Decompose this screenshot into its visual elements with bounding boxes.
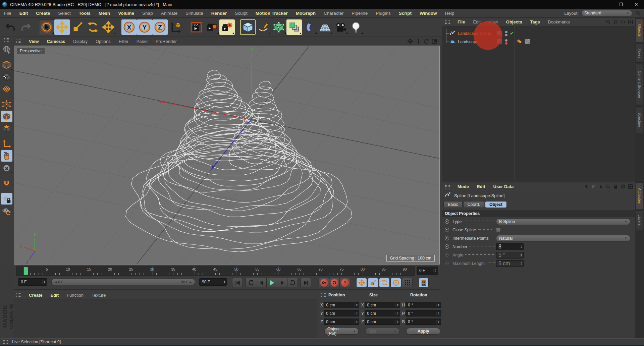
coord-spinner[interactable]: ▲▼	[395, 320, 400, 324]
coord-spinner[interactable]: ▲▼	[355, 303, 359, 307]
coord-field[interactable]: 0 ° ▲▼	[406, 319, 441, 325]
playhead-frame-field[interactable]: 0 F ▲▼	[18, 278, 47, 286]
viewport-menu-options[interactable]: Options	[92, 39, 115, 44]
search-icon[interactable]	[635, 10, 641, 16]
dolly-icon[interactable]	[415, 38, 421, 44]
edges-mode-button[interactable]	[1, 111, 12, 122]
coord-field[interactable]: 0 cm ▲▼	[365, 319, 400, 325]
playhead-frame-spinner[interactable]: ▲▼	[42, 280, 47, 284]
kfpla-button[interactable]	[402, 278, 413, 287]
main-menu-pipeline[interactable]: Pipeline	[347, 11, 372, 16]
main-menu-script[interactable]: Script	[395, 11, 416, 16]
coord-field[interactable]: 0 ° ▲▼	[406, 302, 441, 308]
main-menu-select[interactable]: Select	[54, 11, 75, 16]
object-manager-menu-bookmarks[interactable]: Bookmarks	[544, 19, 574, 24]
viewport-menu-filter[interactable]: Filter	[115, 39, 132, 44]
kfscale-button[interactable]	[368, 278, 378, 287]
main-menu-mograph[interactable]: MoGraph	[292, 11, 320, 16]
timeline-playhead[interactable]	[23, 267, 28, 275]
rotateview-icon[interactable]	[423, 38, 429, 44]
coords-grip[interactable]	[321, 293, 326, 297]
lock-workplane-button[interactable]	[1, 193, 12, 205]
generator-clone-button[interactable]	[286, 19, 302, 35]
viewport-menu-cameras[interactable]: Cameras	[43, 39, 69, 44]
material-menu-texture[interactable]: Texture	[88, 293, 110, 298]
attribute-manager-grip[interactable]	[445, 185, 450, 189]
type-dropdown[interactable]: B-Spline▼	[496, 218, 630, 225]
viewport-menu-panel[interactable]: Panel	[132, 39, 152, 44]
coord-field[interactable]: 0 cm ▲▼	[365, 310, 400, 316]
enabled-check-icon[interactable]: ✓	[510, 31, 514, 36]
move-tool[interactable]	[54, 19, 70, 35]
playback-button[interactable]	[246, 278, 256, 287]
cursorup-icon[interactable]	[598, 184, 604, 189]
polygons-mode-button[interactable]	[1, 123, 12, 134]
main-menu-help[interactable]: Help	[441, 11, 459, 16]
live-selection-tool[interactable]	[39, 19, 54, 35]
panel-tab-content-browser[interactable]: Content Browser	[636, 64, 643, 105]
object-manager-menu-tags[interactable]: Tags	[526, 19, 544, 24]
main-menu-create[interactable]: Create	[32, 11, 54, 16]
main-menu-edit[interactable]: Edit	[15, 11, 32, 16]
togglepanel-icon[interactable]	[431, 38, 437, 44]
lock-x-axis-button[interactable]: X	[121, 19, 137, 35]
material-grip[interactable]	[16, 293, 21, 297]
editor-visibility-dot[interactable]	[505, 31, 507, 33]
scale-tool[interactable]	[70, 19, 85, 35]
minimize-button[interactable]: —	[598, 0, 613, 9]
coord-field[interactable]: 0 cm ▲▼	[324, 302, 359, 308]
undo-button[interactable]	[3, 19, 18, 35]
render-visibility-dot[interactable]	[505, 34, 507, 36]
environment-floor-button[interactable]	[317, 19, 333, 35]
number-spinner[interactable]: ▲▼	[519, 245, 523, 248]
coord-spinner[interactable]: ▲▼	[436, 303, 441, 307]
coord-field[interactable]: 0 cm ▲▼	[324, 319, 359, 325]
helpkey-button[interactable]: ?	[339, 278, 350, 287]
render-view-button[interactable]	[189, 19, 204, 35]
fwddim-icon[interactable]	[591, 184, 596, 189]
search-icon[interactable]	[605, 19, 611, 25]
texturetag-icon[interactable]	[525, 39, 531, 45]
coord-spinner[interactable]: ▲▼	[436, 320, 441, 324]
panel-tab-attributes[interactable]: Attributes	[636, 182, 643, 209]
light-button[interactable]	[348, 19, 364, 35]
current-frame-field[interactable]: 0 F ▲▼	[417, 267, 438, 275]
soft-selection-button[interactable]: S	[1, 162, 12, 174]
back-icon[interactable]	[583, 184, 589, 189]
subdivision-surface-button[interactable]	[271, 19, 286, 35]
close-button[interactable]: ✕	[629, 0, 644, 9]
coord-spinner[interactable]: ▲▼	[355, 320, 359, 324]
close-spline-checkbox[interactable]	[496, 228, 501, 232]
search-icon[interactable]	[605, 184, 611, 189]
animation-key-icon[interactable]	[445, 262, 448, 265]
maximum-length-spinner[interactable]: ▲▼	[519, 262, 523, 265]
lock-z-axis-button[interactable]: Z	[152, 19, 168, 35]
make-editable-button[interactable]	[1, 44, 12, 55]
pan-icon[interactable]	[407, 38, 413, 44]
main-menu-file[interactable]: File	[0, 11, 15, 16]
maximum-length-field[interactable]: 5 cm ▲▼	[496, 260, 524, 267]
workplane-mode-button[interactable]	[1, 83, 12, 95]
main-menu-snap[interactable]: Snap	[138, 11, 157, 16]
filmstrip-button[interactable]	[419, 278, 429, 287]
main-menu-mesh[interactable]: Mesh	[95, 11, 114, 16]
attribute-menu-edit[interactable]: Edit	[473, 184, 489, 189]
coord-mode-dropdown[interactable]: Object (Rel)▼	[324, 328, 359, 335]
planar-workplane-button[interactable]	[1, 205, 12, 217]
coord-field[interactable]: 0 cm ▲▼	[324, 310, 359, 316]
panel-tab-layers[interactable]: Layers	[636, 211, 643, 230]
viewport-canvas[interactable]: Y X Z Perspective Grid Spacing : 100 cm	[14, 46, 440, 265]
palette-grip[interactable]	[4, 38, 9, 42]
main-menu-animate[interactable]: Animate	[157, 11, 182, 16]
size-mode-dropdown[interactable]: Size▼	[365, 328, 399, 335]
coord-field[interactable]: 0 cm ▲▼	[365, 302, 400, 308]
last-used-tool[interactable]	[101, 19, 116, 35]
object-manager-grip[interactable]	[445, 20, 450, 24]
play-button[interactable]	[266, 278, 277, 287]
layout-dropdown[interactable]: Standard ▼	[581, 10, 632, 16]
coordinate-system-button[interactable]	[168, 19, 183, 35]
coord-spinner[interactable]: ▲▼	[436, 312, 441, 315]
camera-button[interactable]	[333, 19, 348, 35]
object-manager-menu-file[interactable]: File	[453, 19, 469, 24]
material-menu-function[interactable]: Function	[63, 293, 88, 298]
